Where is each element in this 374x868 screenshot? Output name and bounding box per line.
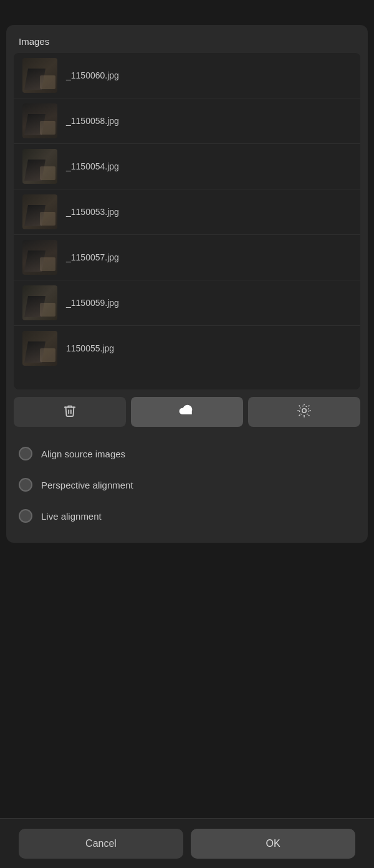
option-row-3[interactable]: Live alignment xyxy=(19,502,355,530)
list-item[interactable]: _1150053.jpg xyxy=(14,189,360,235)
list-item[interactable]: _1150058.jpg xyxy=(14,98,360,144)
list-item[interactable]: _1150057.jpg xyxy=(14,235,360,280)
section-title: Images xyxy=(6,25,368,53)
option-label-2: Perspective alignment xyxy=(41,480,133,490)
dialog: Images _1150060.jpg_1150058.jpg_1150054.… xyxy=(6,25,368,543)
radio-button-3[interactable] xyxy=(19,509,32,523)
bottom-bar: Cancel OK xyxy=(0,818,374,868)
list-item[interactable]: _1150060.jpg xyxy=(14,53,360,98)
image-name: _1150054.jpg xyxy=(66,161,119,171)
option-label-3: Live alignment xyxy=(41,511,102,522)
image-name: _1150059.jpg xyxy=(66,298,119,308)
cloud-icon xyxy=(179,404,195,421)
image-name: _1150060.jpg xyxy=(66,70,119,80)
image-name: _1150058.jpg xyxy=(66,116,119,126)
thumbnail xyxy=(22,285,57,320)
thumbnail xyxy=(22,58,57,93)
toolbar xyxy=(6,389,368,434)
image-list: _1150060.jpg_1150058.jpg_1150054.jpg_115… xyxy=(14,53,360,371)
option-row-1[interactable]: Align source images xyxy=(19,439,355,468)
svg-point-0 xyxy=(302,408,307,413)
cloud-button[interactable] xyxy=(131,397,243,427)
ok-button[interactable]: OK xyxy=(191,829,355,859)
svg-point-1 xyxy=(299,406,309,415)
wheel-icon xyxy=(296,403,312,422)
option-label-1: Align source images xyxy=(41,449,125,459)
thumbnail xyxy=(22,149,57,184)
radio-button-1[interactable] xyxy=(19,447,32,460)
thumbnail xyxy=(22,240,57,275)
thumbnail xyxy=(22,194,57,229)
image-list-container: _1150060.jpg_1150058.jpg_1150054.jpg_115… xyxy=(14,53,360,389)
thumbnail xyxy=(22,103,57,138)
list-item[interactable]: _1150059.jpg xyxy=(14,280,360,326)
trash-icon xyxy=(63,404,77,421)
trash-button[interactable] xyxy=(14,397,126,427)
option-row-2[interactable]: Perspective alignment xyxy=(19,470,355,499)
thumbnail xyxy=(22,331,57,366)
options-section: Align source imagesPerspective alignment… xyxy=(6,434,368,543)
image-name: _1150057.jpg xyxy=(66,252,119,262)
list-item[interactable]: 1150055.jpg xyxy=(14,326,360,371)
list-item[interactable]: _1150054.jpg xyxy=(14,144,360,189)
image-name: 1150055.jpg xyxy=(66,343,114,353)
cancel-button[interactable]: Cancel xyxy=(19,829,183,859)
image-name: _1150053.jpg xyxy=(66,207,119,217)
radio-button-2[interactable] xyxy=(19,478,32,492)
settings-button[interactable] xyxy=(248,397,360,427)
